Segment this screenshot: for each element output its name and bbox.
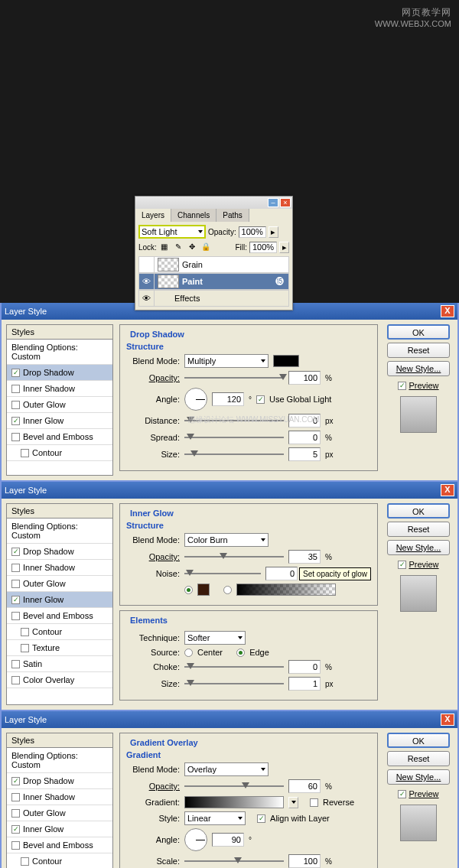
- lock-position-icon[interactable]: ✥: [187, 242, 197, 253]
- effects-row[interactable]: 👁 Effects: [138, 290, 289, 307]
- style-item[interactable]: Bevel and Emboss: [7, 608, 112, 624]
- style-item[interactable]: Contour: [7, 445, 112, 461]
- lock-transparency-icon[interactable]: ▦: [159, 242, 170, 253]
- ok-button[interactable]: OK: [387, 503, 450, 519]
- slider[interactable]: [184, 780, 284, 792]
- number-input[interactable]: [288, 550, 321, 564]
- new-style-button[interactable]: New Style...: [387, 540, 450, 555]
- layer-grain[interactable]: Grain: [138, 256, 289, 273]
- visibility-icon[interactable]: [139, 257, 155, 272]
- preview-checkbox[interactable]: ✓: [398, 382, 406, 390]
- style-item[interactable]: Bevel and Emboss: [7, 429, 112, 445]
- style-item[interactable]: Inner Shadow: [7, 789, 112, 805]
- slider[interactable]: [184, 431, 284, 444]
- layer-paint[interactable]: 👁 Paint ⓯: [138, 273, 289, 290]
- reverse-checkbox[interactable]: [310, 798, 318, 807]
- checkbox[interactable]: [11, 580, 20, 588]
- ok-button[interactable]: OK: [387, 324, 450, 340]
- number-input[interactable]: [212, 392, 244, 406]
- style-item[interactable]: Outer Glow: [7, 805, 112, 821]
- fx-icon[interactable]: ⓯: [275, 277, 284, 286]
- color-swatch[interactable]: [273, 355, 299, 367]
- close-icon[interactable]: ×: [280, 198, 291, 207]
- style-item[interactable]: Contour: [7, 624, 112, 640]
- style-item[interactable]: Color Overlay: [7, 672, 112, 688]
- style-item[interactable]: Outer Glow: [7, 576, 112, 592]
- lock-pixels-icon[interactable]: ✎: [173, 242, 184, 253]
- visibility-icon[interactable]: 👁: [139, 291, 155, 306]
- ok-button[interactable]: OK: [387, 733, 450, 748]
- new-style-button[interactable]: New Style...: [387, 361, 450, 376]
- source-center-radio[interactable]: [184, 649, 193, 657]
- checkbox[interactable]: [21, 857, 29, 866]
- source-edge-radio[interactable]: [236, 649, 245, 657]
- checkbox[interactable]: ✓: [11, 825, 20, 834]
- reset-button[interactable]: Reset: [387, 522, 450, 537]
- slider[interactable]: [184, 661, 284, 673]
- close-button[interactable]: X: [441, 484, 454, 496]
- number-input[interactable]: [288, 660, 321, 674]
- tab-channels[interactable]: Channels: [171, 209, 216, 222]
- minimize-icon[interactable]: –: [268, 198, 278, 207]
- slider[interactable]: [184, 372, 284, 384]
- checkbox[interactable]: [11, 433, 20, 441]
- lock-all-icon[interactable]: 🔒: [200, 242, 211, 253]
- style-item[interactable]: ✓Drop Shadow: [7, 773, 112, 789]
- checkbox[interactable]: [11, 660, 20, 668]
- fill-input[interactable]: 100%: [249, 242, 277, 253]
- style-item[interactable]: ✓Drop Shadow: [7, 365, 112, 381]
- number-input[interactable]: [288, 447, 321, 461]
- style-item[interactable]: ✓Inner Glow: [7, 821, 112, 837]
- style-item[interactable]: Outer Glow: [7, 397, 112, 413]
- checkbox[interactable]: [11, 564, 20, 572]
- close-button[interactable]: X: [441, 714, 454, 726]
- checkbox[interactable]: [11, 612, 20, 620]
- gradient-swatch[interactable]: [236, 584, 336, 596]
- number-input[interactable]: [288, 779, 321, 793]
- titlebar[interactable]: Layer StyleX: [2, 711, 457, 728]
- style-item[interactable]: Contour: [7, 853, 112, 868]
- preview-checkbox[interactable]: ✓: [398, 790, 406, 798]
- technique-select[interactable]: Softer: [184, 631, 246, 645]
- reset-button[interactable]: Reset: [387, 751, 450, 766]
- checkbox[interactable]: ✓: [11, 777, 20, 785]
- align-checkbox[interactable]: ✓: [257, 814, 265, 823]
- visibility-icon[interactable]: 👁: [139, 274, 155, 289]
- fill-flyout[interactable]: ▸: [279, 242, 289, 253]
- styles-header[interactable]: Styles: [7, 733, 112, 748]
- number-input[interactable]: [288, 854, 321, 868]
- style-item[interactable]: Texture: [7, 640, 112, 656]
- reset-button[interactable]: Reset: [387, 343, 450, 358]
- slider[interactable]: [184, 855, 284, 867]
- style-select[interactable]: Linear: [184, 811, 246, 825]
- checkbox[interactable]: ✓: [11, 417, 20, 425]
- checkbox[interactable]: [21, 449, 29, 457]
- color-swatch[interactable]: [197, 584, 210, 596]
- style-item[interactable]: Inner Shadow: [7, 381, 112, 397]
- preview-checkbox[interactable]: ✓: [398, 561, 406, 569]
- number-input[interactable]: [288, 431, 321, 444]
- style-item[interactable]: Bevel and Emboss: [7, 837, 112, 853]
- number-input[interactable]: [288, 371, 321, 385]
- color-radio[interactable]: [184, 586, 193, 594]
- new-style-button[interactable]: New Style...: [387, 769, 450, 785]
- opacity-flyout[interactable]: ▸: [269, 226, 278, 238]
- angle-dial[interactable]: [184, 388, 207, 411]
- gradient-swatch[interactable]: [184, 796, 284, 808]
- checkbox[interactable]: ✓: [11, 596, 20, 604]
- style-item[interactable]: ✓Inner Glow: [7, 592, 112, 608]
- style-item[interactable]: Satin: [7, 656, 112, 672]
- number-input[interactable]: [265, 567, 298, 580]
- styles-header[interactable]: Styles: [7, 504, 112, 519]
- style-item[interactable]: ✓Drop Shadow: [7, 544, 112, 560]
- slider[interactable]: [184, 567, 261, 580]
- checkbox[interactable]: [21, 628, 29, 636]
- opacity-input[interactable]: 100%: [239, 226, 266, 238]
- blend-mode-select[interactable]: Overlay: [184, 762, 269, 776]
- tab-layers[interactable]: Layers: [135, 209, 171, 222]
- close-button[interactable]: X: [441, 305, 454, 317]
- styles-header[interactable]: Styles: [7, 325, 112, 340]
- slider[interactable]: [184, 551, 284, 563]
- tab-paths[interactable]: Paths: [216, 209, 249, 222]
- blending-options[interactable]: Blending Options: Custom: [7, 519, 112, 544]
